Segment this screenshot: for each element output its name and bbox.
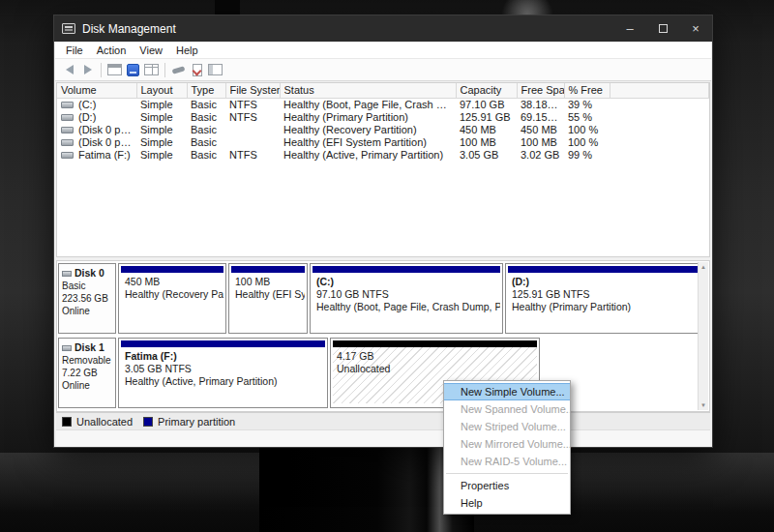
cell-type: Basic xyxy=(187,123,225,135)
disk0-label[interactable]: Disk 0 Basic 223.56 GB Online xyxy=(58,263,116,334)
disk-name: Disk 1 xyxy=(74,341,104,353)
help-doc-icon[interactable] xyxy=(188,61,206,78)
disk-size: 7.22 GB xyxy=(62,367,112,379)
action-icon[interactable] xyxy=(169,61,188,78)
disk-size: 223.56 GB xyxy=(62,292,112,305)
cell-status: Healthy (EFI System Partition) xyxy=(280,135,456,148)
cell-free: 3.02 GB xyxy=(517,148,564,161)
minimize-button[interactable]: – xyxy=(613,15,646,42)
cell-volume: (C:) xyxy=(78,99,96,110)
vertical-scrollbar[interactable]: ▲ ▼ xyxy=(698,262,708,410)
menu-item-properties[interactable]: Properties xyxy=(444,477,570,494)
detail-view-icon[interactable] xyxy=(142,61,161,78)
table-row[interactable]: (D:) Simple Basic NTFS Healthy (Primary … xyxy=(57,110,709,123)
table-row[interactable]: Fatima (F:) Simple Basic NTFS Healthy (A… xyxy=(57,148,709,161)
partition-color-bar xyxy=(121,340,325,347)
column-free-space[interactable]: Free Spa... xyxy=(517,83,564,98)
cell-layout: Simple xyxy=(136,110,187,123)
titlebar[interactable]: Disk Management – × xyxy=(54,15,712,42)
partition-recovery[interactable]: 450 MB Healthy (Recovery Partition) xyxy=(118,263,226,334)
scroll-down-icon[interactable]: ▼ xyxy=(700,402,706,408)
volume-icon xyxy=(61,152,74,159)
cell-capacity: 97.10 GB xyxy=(456,98,517,110)
disk-management-app-icon xyxy=(62,23,75,34)
back-icon[interactable] xyxy=(60,61,78,78)
partition-size: 3.05 GB NTFS xyxy=(125,363,325,375)
menu-item-help[interactable]: Help xyxy=(444,494,570,512)
partition-title: (C:) xyxy=(316,276,500,288)
menu-item-new-spanned-volume: New Spanned Volume... xyxy=(444,400,570,418)
disk-state: Online xyxy=(62,305,112,317)
partition-title: Fatima (F:) xyxy=(125,350,325,363)
menu-item-new-simple-volume[interactable]: New Simple Volume... xyxy=(444,383,570,400)
menu-item-new-mirrored-volume: New Mirrored Volume... xyxy=(444,435,570,453)
menu-help[interactable]: Help xyxy=(169,44,205,56)
cell-type: Basic xyxy=(187,148,225,161)
partition-status: Healthy (Primary Partition) xyxy=(512,301,705,313)
disk0-row: Disk 0 Basic 223.56 GB Online 450 MB Hea… xyxy=(58,263,700,334)
partition-efi[interactable]: 100 MB Healthy (EFI System Partition) xyxy=(228,263,308,334)
forward-arrow-glyph xyxy=(84,65,92,74)
disk-icon xyxy=(62,345,72,351)
volume-list-header: Volume Layout Type File System Status Ca… xyxy=(57,83,709,98)
partition-d[interactable]: (D:) 125.91 GB NTFS Healthy (Primary Par… xyxy=(505,263,708,334)
partition-size: 97.10 GB NTFS xyxy=(316,288,500,301)
column-status[interactable]: Status xyxy=(280,83,456,98)
cell-fs xyxy=(225,135,280,148)
cell-volume: (Disk 0 partition 2) xyxy=(78,136,136,148)
forward-icon[interactable] xyxy=(78,61,97,78)
partition-color-bar xyxy=(508,266,705,273)
cell-free: 69.15 GB xyxy=(517,110,564,123)
primary-partition-legend-swatch xyxy=(143,417,153,427)
action-glyph xyxy=(172,66,186,74)
console-window-glyph xyxy=(107,64,122,75)
column-file-system[interactable]: File System xyxy=(225,83,280,98)
show-pane-icon[interactable] xyxy=(206,61,224,78)
column-type[interactable]: Type xyxy=(187,83,225,98)
volume-list-pane: Volume Layout Type File System Status Ca… xyxy=(56,82,710,257)
disk-icon[interactable] xyxy=(124,61,142,78)
menu-item-new-raid5-volume: New RAID-5 Volume... xyxy=(444,453,570,470)
menu-view[interactable]: View xyxy=(133,44,169,56)
monitor-stand xyxy=(259,448,474,532)
column-layout[interactable]: Layout xyxy=(136,83,187,98)
table-row[interactable]: (Disk 0 partition 1) Simple Basic Health… xyxy=(57,123,709,135)
toolbar-separator xyxy=(101,63,102,77)
partition-c[interactable]: (C:) 97.10 GB NTFS Healthy (Boot, Page F… xyxy=(310,263,503,334)
partition-size: 450 MB xyxy=(125,276,223,288)
column-capacity[interactable]: Capacity xyxy=(456,83,517,98)
volume-icon xyxy=(61,127,74,133)
cell-free: 450 MB xyxy=(517,123,564,135)
volume-icon xyxy=(61,114,74,121)
disk-management-window: Disk Management – × File Action View Hel… xyxy=(53,15,713,448)
legend-label-unallocated: Unallocated xyxy=(76,416,133,428)
maximize-button[interactable] xyxy=(646,15,679,42)
disk1-label[interactable]: Disk 1 Removable 7.22 GB Online xyxy=(58,338,116,408)
column-blank xyxy=(610,83,709,98)
cell-status: Healthy (Primary Partition) xyxy=(280,110,456,123)
close-button[interactable]: × xyxy=(679,15,712,42)
cell-status: Healthy (Active, Primary Partition) xyxy=(280,148,456,161)
show-pane-glyph xyxy=(208,64,223,75)
table-row[interactable]: (C:) Simple Basic NTFS Healthy (Boot, Pa… xyxy=(57,98,709,110)
column-pct-free[interactable]: % Free xyxy=(564,83,610,98)
menu-action[interactable]: Action xyxy=(90,44,134,56)
menu-file[interactable]: File xyxy=(59,44,90,56)
cell-free: 100 MB xyxy=(517,135,564,148)
volume-icon xyxy=(61,102,74,108)
cell-type: Basic xyxy=(187,98,225,110)
cell-capacity: 450 MB xyxy=(456,123,517,135)
column-volume[interactable]: Volume xyxy=(57,83,136,98)
cell-type: Basic xyxy=(187,135,225,148)
cell-volume: (D:) xyxy=(78,111,96,123)
scroll-up-icon[interactable]: ▲ xyxy=(700,264,706,270)
table-row[interactable]: (Disk 0 partition 2) Simple Basic Health… xyxy=(57,135,709,148)
partition-fatima-f[interactable]: Fatima (F:) 3.05 GB NTFS Healthy (Active… xyxy=(118,338,328,408)
console-window-icon[interactable] xyxy=(105,61,124,78)
back-arrow-glyph xyxy=(66,65,74,74)
maximize-icon xyxy=(659,24,668,33)
disk-glyph xyxy=(127,64,139,76)
partition-color-bar xyxy=(121,266,223,273)
cell-capacity: 100 MB xyxy=(456,135,517,148)
window-title: Disk Management xyxy=(82,22,176,36)
